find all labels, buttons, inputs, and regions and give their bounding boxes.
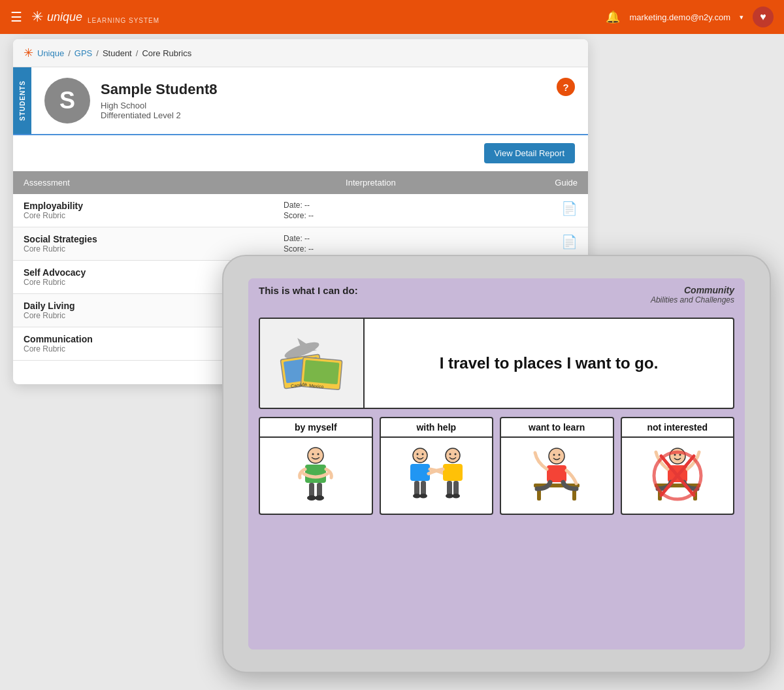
option-image-want-to-learn [501, 438, 613, 514]
breadcrumb-sep-3: / [136, 48, 139, 58]
svg-point-25 [419, 494, 427, 499]
pdf-icon[interactable]: 📄 [561, 201, 578, 216]
assessment-sub: Core Rubric [24, 244, 263, 254]
interpretation-cell: Date: -- Score: -- [273, 194, 468, 227]
option-with-help[interactable]: with help [380, 417, 494, 515]
option-image-with-help [381, 438, 493, 514]
tablet-subcategory: Abilities and Challenges [651, 295, 734, 304]
user-email[interactable]: marketing.demo@n2y.com [629, 12, 730, 22]
student-avatar: S [44, 78, 90, 123]
svg-rect-29 [443, 464, 463, 481]
tablet-content: Canada Mexico I travel to places I want … [248, 311, 745, 649]
svg-point-39 [559, 454, 561, 456]
table-row: Employability Core Rubric Date: -- Score… [13, 194, 588, 227]
assessment-date: Date: -- [284, 234, 458, 243]
svg-point-45 [674, 454, 676, 456]
logo-text: unique [47, 10, 82, 24]
svg-point-33 [452, 494, 460, 499]
assessment-score: Score: -- [284, 244, 458, 254]
option-label-want-to-learn: want to learn [501, 418, 613, 438]
svg-rect-13 [305, 465, 326, 483]
travel-statement: I travel to places I want to go. [365, 319, 733, 408]
option-label-with-help: with help [381, 418, 493, 438]
option-not-interested[interactable]: not interested [621, 417, 735, 515]
svg-rect-21 [410, 464, 430, 481]
breadcrumb-gps[interactable]: GPS [74, 48, 92, 58]
tablet-header: This is what I can do: Community Abiliti… [248, 278, 745, 311]
tablet-category: Community [651, 285, 734, 295]
avatar[interactable]: ♥ [753, 7, 774, 27]
breadcrumb-sep-1: / [68, 48, 71, 58]
guide-cell[interactable]: 📄 [468, 194, 588, 227]
option-image-not-interested [622, 438, 734, 514]
col-header-guide: Guide [468, 171, 588, 194]
bell-icon[interactable]: 🔔 [606, 10, 620, 24]
tablet-header-category: Community Abilities and Challenges [651, 285, 734, 304]
svg-rect-22 [414, 481, 419, 495]
breadcrumb-icon: ✳ [24, 46, 33, 60]
top-navigation: ☰ ✳ unique learning system 🔔 marketing.d… [0, 0, 784, 34]
hamburger-icon[interactable]: ☰ [10, 9, 22, 25]
option-image-by-myself [260, 438, 372, 514]
chevron-down-icon[interactable]: ▾ [740, 13, 743, 22]
col-header-interpretation: Interpretation [273, 171, 468, 194]
student-name: Sample Student8 [101, 81, 546, 98]
option-want-to-learn[interactable]: want to learn [500, 417, 614, 515]
assessment-name: Employability [24, 201, 263, 211]
student-header: STUDENTS S Sample Student8 High School D… [13, 67, 588, 135]
svg-point-28 [454, 453, 456, 455]
svg-point-16 [307, 495, 316, 501]
tablet-screen: This is what I can do: Community Abiliti… [248, 278, 745, 649]
assessment-sub: Core Rubric [24, 211, 263, 220]
logo-subtext: learning system [88, 17, 159, 24]
option-by-myself[interactable]: by myself [259, 417, 373, 515]
breadcrumb-unique[interactable]: Unique [37, 48, 64, 58]
table-header-row: Assessment Interpretation Guide [13, 171, 588, 194]
svg-rect-7 [304, 360, 340, 384]
svg-point-38 [553, 454, 555, 456]
svg-rect-14 [309, 483, 314, 497]
breadcrumb: ✳ Unique / GPS / Student / Core Rubrics [13, 39, 588, 67]
svg-rect-15 [317, 483, 322, 497]
svg-point-26 [446, 448, 460, 463]
snowflake-icon: ✳ [31, 8, 43, 25]
option-label-by-myself: by myself [260, 418, 372, 438]
svg-point-19 [416, 453, 418, 455]
assessment-cell: Employability Core Rubric [13, 194, 273, 227]
svg-point-46 [679, 454, 681, 456]
breadcrumb-core-rubrics: Core Rubrics [142, 48, 191, 58]
svg-rect-31 [453, 481, 459, 495]
breadcrumb-student: Student [103, 48, 132, 58]
svg-point-17 [315, 495, 324, 501]
svg-text:Mexico: Mexico [309, 383, 324, 389]
svg-point-12 [318, 453, 319, 455]
student-level: Differentiated Level 2 [101, 110, 546, 120]
col-header-assessment: Assessment [13, 171, 273, 194]
breadcrumb-sep-2: / [96, 48, 99, 58]
assessment-name: Social Strategies [24, 234, 263, 244]
tablet-header-prompt: This is what I can do: [259, 285, 358, 296]
svg-point-10 [308, 448, 323, 463]
assessment-cell: Social Strategies Core Rubric [13, 227, 273, 261]
svg-point-11 [312, 453, 314, 455]
view-detail-report-button[interactable]: View Detail Report [484, 143, 575, 163]
pdf-icon[interactable]: 📄 [561, 235, 578, 249]
nav-right-section: 🔔 marketing.demo@n2y.com ▾ ♥ [606, 7, 774, 27]
svg-point-37 [549, 448, 564, 464]
toolbar: View Detail Report [13, 135, 588, 171]
option-label-not-interested: not interested [622, 418, 734, 438]
assessment-date: Date: -- [284, 201, 458, 210]
svg-point-27 [449, 453, 451, 455]
students-tab[interactable]: STUDENTS [13, 67, 31, 134]
student-school: High School [101, 101, 546, 110]
student-info: Sample Student8 High School Differentiat… [101, 81, 546, 120]
svg-rect-30 [447, 481, 452, 495]
travel-card: Canada Mexico I travel to places I want … [259, 318, 734, 409]
svg-point-20 [421, 453, 423, 455]
help-icon[interactable]: ? [557, 78, 575, 96]
svg-point-18 [413, 448, 427, 463]
options-row: by myself [259, 417, 734, 515]
tablet-device: This is what I can do: Community Abiliti… [222, 255, 771, 673]
svg-rect-40 [547, 465, 566, 482]
svg-rect-23 [421, 481, 426, 495]
